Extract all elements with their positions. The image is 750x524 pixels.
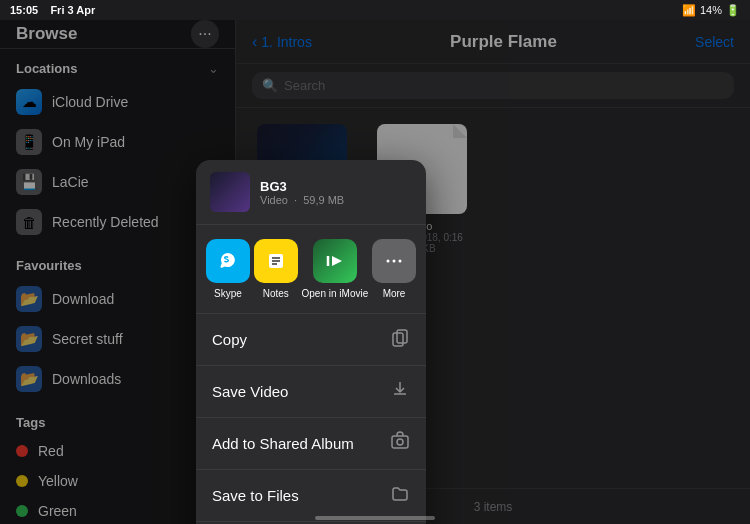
battery-level: 14% bbox=[700, 4, 722, 16]
notes-label: Notes bbox=[263, 288, 289, 299]
share-file-thumbnail bbox=[210, 172, 250, 212]
skype-app-icon bbox=[206, 239, 250, 283]
share-action-save-video[interactable]: Save Video bbox=[196, 366, 426, 418]
more-label: More bbox=[383, 288, 406, 299]
status-bar: 15:05 Fri 3 Apr 📶 14% 🔋 bbox=[0, 0, 750, 20]
svg-marker-4 bbox=[332, 256, 342, 266]
share-app-skype[interactable]: Skype bbox=[206, 239, 250, 299]
svg-rect-10 bbox=[393, 333, 403, 346]
share-file-name: BG3 bbox=[260, 179, 412, 194]
home-indicator bbox=[315, 516, 435, 520]
wifi-icon: 📶 bbox=[682, 4, 696, 17]
share-apps-row: Skype Notes Open in iMovie bbox=[196, 225, 426, 314]
notes-app-icon bbox=[254, 239, 298, 283]
share-action-copy[interactable]: Copy bbox=[196, 314, 426, 366]
more-app-icon bbox=[372, 239, 416, 283]
share-app-more[interactable]: More bbox=[372, 239, 416, 299]
svg-point-8 bbox=[399, 260, 402, 263]
save-video-label: Save Video bbox=[212, 383, 288, 400]
status-indicators: 📶 14% 🔋 bbox=[682, 4, 740, 17]
battery-icon: 🔋 bbox=[726, 4, 740, 17]
share-file-meta: Video · 59,9 MB bbox=[260, 194, 412, 206]
share-action-shared-album[interactable]: Add to Shared Album bbox=[196, 418, 426, 470]
svg-point-7 bbox=[393, 260, 396, 263]
status-time: 15:05 bbox=[10, 4, 38, 16]
svg-point-12 bbox=[397, 439, 403, 445]
shared-album-icon bbox=[390, 431, 410, 456]
shared-album-label: Add to Shared Album bbox=[212, 435, 354, 452]
status-time-date: 15:05 Fri 3 Apr bbox=[10, 4, 95, 16]
save-to-files-label: Save to Files bbox=[212, 487, 299, 504]
status-date: Fri 3 Apr bbox=[50, 4, 95, 16]
share-sheet: BG3 Video · 59,9 MB Skype bbox=[196, 160, 426, 524]
copy-label: Copy bbox=[212, 331, 247, 348]
share-action-save-to-files[interactable]: Save to Files bbox=[196, 470, 426, 522]
copy-icon bbox=[390, 327, 410, 352]
save-to-files-icon bbox=[390, 483, 410, 508]
imovie-label: Open in iMovie bbox=[302, 288, 369, 299]
share-app-imovie[interactable]: Open in iMovie bbox=[302, 239, 369, 299]
share-file-size: 59,9 MB bbox=[303, 194, 344, 206]
imovie-app-icon bbox=[313, 239, 357, 283]
svg-rect-11 bbox=[392, 436, 408, 448]
share-file-type: Video bbox=[260, 194, 288, 206]
save-video-icon bbox=[390, 379, 410, 404]
svg-point-6 bbox=[387, 260, 390, 263]
skype-label: Skype bbox=[214, 288, 242, 299]
share-app-notes[interactable]: Notes bbox=[254, 239, 298, 299]
share-file-details: BG3 Video · 59,9 MB bbox=[260, 179, 412, 206]
share-file-info: BG3 Video · 59,9 MB bbox=[196, 160, 426, 225]
svg-rect-9 bbox=[397, 330, 407, 343]
